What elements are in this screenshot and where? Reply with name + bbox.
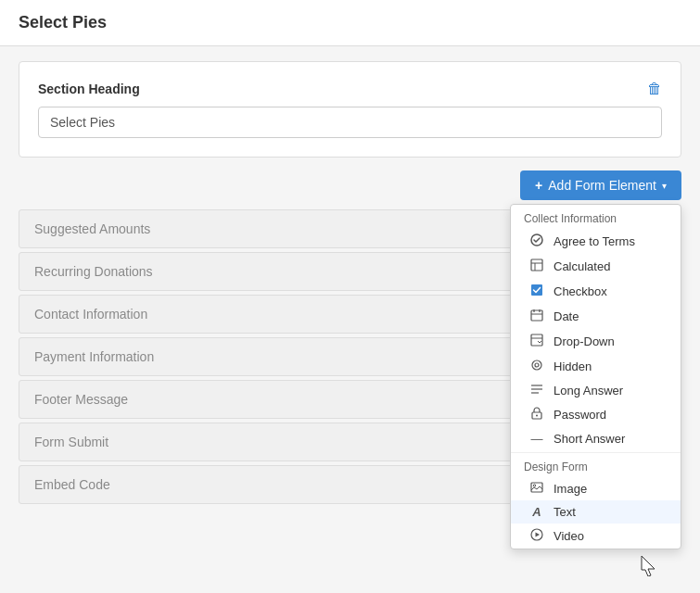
svg-marker-21 bbox=[536, 533, 541, 537]
dropdown-item-checkbox[interactable]: Checkbox bbox=[511, 279, 681, 304]
dropdown-item-long-answer[interactable]: Long Answer bbox=[511, 379, 681, 402]
dropdown-item-hidden[interactable]: Hidden bbox=[511, 354, 681, 379]
add-form-caret-icon: ▾ bbox=[662, 181, 667, 191]
section-card: Section Heading 🗑 bbox=[19, 61, 681, 158]
dropdown-design-category: Design Form bbox=[511, 452, 681, 477]
checkbox-label: Checkbox bbox=[554, 284, 607, 298]
dropdown-item-calculated[interactable]: Calculated bbox=[511, 254, 681, 279]
hidden-icon bbox=[529, 359, 544, 374]
text-label: Text bbox=[554, 505, 576, 519]
svg-point-12 bbox=[535, 363, 539, 367]
password-icon bbox=[529, 407, 544, 423]
dropdown-item-password[interactable]: Password bbox=[511, 402, 681, 427]
page-title-bar: Select Pies bbox=[0, 0, 700, 46]
dropdown-item-image[interactable]: Image bbox=[511, 477, 681, 500]
video-icon bbox=[529, 528, 544, 544]
content-area: Section Heading 🗑 + Add Form Element ▾ C… bbox=[0, 46, 700, 519]
svg-point-19 bbox=[533, 485, 535, 486]
long-answer-icon bbox=[529, 384, 544, 397]
long-answer-label: Long Answer bbox=[554, 384, 623, 397]
form-rows-area: + Add Form Element ▾ Collect Information… bbox=[19, 170, 681, 504]
video-label: Video bbox=[554, 529, 584, 543]
agree-to-terms-label: Agree to Terms bbox=[554, 234, 635, 248]
dropdown-item-agree-to-terms[interactable]: Agree to Terms bbox=[511, 229, 681, 254]
image-label: Image bbox=[554, 482, 587, 496]
short-answer-label: Short Answer bbox=[554, 432, 625, 446]
date-label: Date bbox=[554, 309, 579, 323]
svg-rect-5 bbox=[531, 310, 542, 321]
section-heading-row: Section Heading 🗑 bbox=[38, 81, 662, 97]
page-title: Select Pies bbox=[19, 13, 107, 32]
drop-down-label: Drop-Down bbox=[554, 334, 615, 348]
hidden-label: Hidden bbox=[554, 360, 592, 373]
add-form-element-button[interactable]: + Add Form Element ▾ bbox=[520, 170, 681, 200]
svg-point-17 bbox=[536, 415, 538, 417]
add-form-label: Add Form Element bbox=[548, 178, 656, 193]
section-heading-input[interactable] bbox=[38, 107, 662, 138]
date-icon bbox=[529, 309, 544, 324]
agree-to-terms-icon bbox=[529, 233, 544, 249]
image-icon bbox=[529, 482, 544, 496]
calculated-icon bbox=[529, 259, 544, 274]
text-icon: A bbox=[529, 505, 544, 519]
svg-rect-9 bbox=[531, 334, 542, 346]
dropdown-collect-category: Collect Information bbox=[511, 205, 681, 229]
section-heading-label: Section Heading bbox=[38, 82, 140, 96]
add-form-plus-icon: + bbox=[535, 178, 542, 193]
dropdown-menu: Collect Information Agree to Terms bbox=[510, 204, 681, 549]
delete-icon[interactable]: 🗑 bbox=[647, 81, 662, 97]
checkbox-icon bbox=[529, 284, 544, 299]
cursor bbox=[640, 554, 658, 581]
dropdown-item-drop-down[interactable]: Drop-Down bbox=[511, 329, 681, 354]
dropdown-item-video[interactable]: Video bbox=[511, 524, 681, 549]
short-answer-icon: — bbox=[529, 432, 544, 446]
calculated-label: Calculated bbox=[554, 259, 610, 273]
dropdown-item-short-answer[interactable]: — Short Answer bbox=[511, 427, 681, 450]
svg-rect-1 bbox=[531, 259, 542, 271]
password-label: Password bbox=[554, 408, 606, 422]
add-btn-row: + Add Form Element ▾ Collect Information… bbox=[19, 170, 681, 200]
drop-down-icon bbox=[529, 334, 544, 349]
dropdown-item-text[interactable]: A Text bbox=[511, 500, 681, 524]
dropdown-item-date[interactable]: Date bbox=[511, 304, 681, 329]
svg-point-11 bbox=[532, 360, 541, 370]
